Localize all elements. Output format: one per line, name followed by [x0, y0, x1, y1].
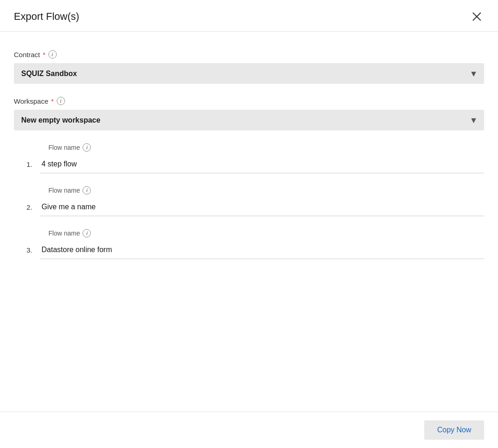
contract-required-star: * [43, 51, 46, 59]
workspace-select-wrapper: New empty workspace ▼ [14, 110, 484, 130]
flow-number-1: 1. [14, 160, 32, 168]
modal-overlay: Export Flow(s) Contract * i SQUIZ Sandbo… [0, 0, 498, 448]
flow-item: Flow name i 1. [14, 143, 484, 173]
flow-list: Flow name i 1. Flow name i 2. Flow name … [14, 143, 484, 259]
contract-field-group: Contract * i SQUIZ Sandbox ▼ [14, 50, 484, 84]
flow-name-input-2[interactable] [40, 198, 484, 216]
workspace-select[interactable]: New empty workspace [14, 110, 484, 130]
contract-select-wrapper: SQUIZ Sandbox ▼ [14, 63, 484, 84]
flow-item-row-3: 3. [14, 241, 484, 259]
modal-title: Export Flow(s) [14, 11, 79, 23]
workspace-label: Workspace * i [14, 97, 484, 105]
flow-name-label-2: Flow name i [14, 186, 484, 195]
workspace-required-star: * [51, 97, 54, 105]
close-button[interactable] [469, 9, 484, 24]
contract-select[interactable]: SQUIZ Sandbox [14, 63, 484, 84]
flow-name-label-3: Flow name i [14, 229, 484, 237]
flow-name-input-3[interactable] [40, 241, 484, 259]
close-icon [472, 12, 481, 21]
contract-label: Contract * i [14, 50, 484, 59]
modal-body: Contract * i SQUIZ Sandbox ▼ Workspace *… [0, 32, 498, 412]
modal-footer: Copy Now [0, 412, 498, 448]
flow-item-row-1: 1. [14, 155, 484, 173]
flow-item: Flow name i 3. [14, 229, 484, 259]
flow-number-3: 3. [14, 246, 32, 254]
copy-now-button[interactable]: Copy Now [424, 420, 484, 440]
workspace-info-icon: i [57, 97, 65, 105]
flow-item-row-2: 2. [14, 198, 484, 216]
export-modal: Export Flow(s) Contract * i SQUIZ Sandbo… [0, 0, 498, 448]
flow-item: Flow name i 2. [14, 186, 484, 216]
flow-name-input-1[interactable] [40, 155, 484, 173]
contract-info-icon: i [48, 50, 57, 59]
flow-info-icon-3: i [83, 229, 91, 237]
flow-number-2: 2. [14, 203, 32, 211]
modal-header: Export Flow(s) [0, 0, 498, 32]
flow-info-icon-2: i [83, 186, 91, 195]
workspace-field-group: Workspace * i New empty workspace ▼ [14, 97, 484, 130]
flow-info-icon-1: i [83, 143, 91, 152]
flow-name-label-1: Flow name i [14, 143, 484, 152]
